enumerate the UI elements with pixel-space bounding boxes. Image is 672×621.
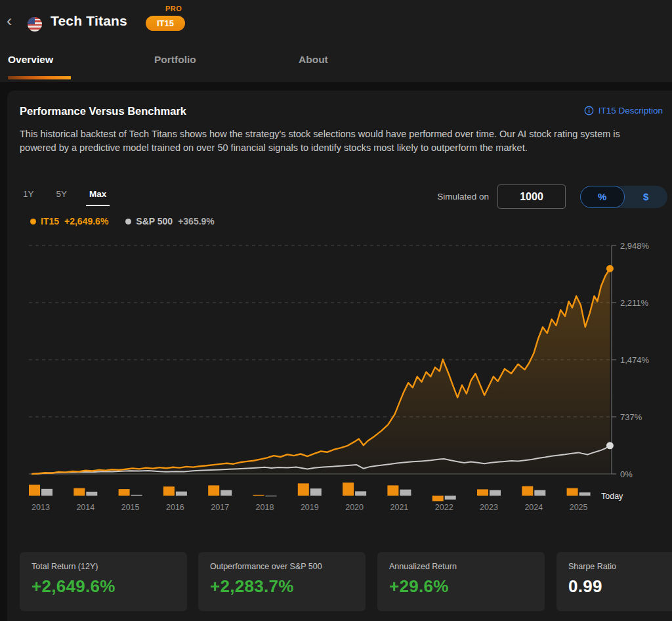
stat-label: Sharpe Ratio [568, 562, 672, 571]
performance-panel: Performance Versus Benchmark IT15 Descri… [7, 91, 672, 621]
legend-item-it15[interactable]: IT15 +2,649.6% [30, 216, 108, 226]
x-axis-year-label: 2021 [390, 503, 408, 512]
legend-sp500-name: S&P 500 [136, 216, 173, 226]
performance-chart[interactable]: 0%737%1,474%2,211%2,948%2013201420152016… [20, 240, 652, 523]
sp500-legend-dot [125, 219, 131, 225]
x-axis-year-label: 2014 [76, 503, 94, 512]
x-axis-year-label: 2023 [480, 503, 498, 512]
unit-toggle-dollar[interactable]: $ [625, 186, 668, 208]
x-axis-year-label: 2018 [256, 503, 274, 512]
x-axis-year-label: 2025 [570, 503, 588, 512]
simulated-on-input[interactable] [497, 184, 566, 209]
y-axis-label: 1,474% [620, 355, 650, 365]
y-axis-label: 2,211% [620, 298, 649, 308]
sp500-year-bar[interactable] [310, 488, 322, 496]
stat-value: +2,283.7% [210, 576, 354, 597]
it15-year-bar[interactable] [74, 488, 85, 496]
app-header: ‹ Tech Titans IT15 PRO Overview Portfoli… [0, 0, 672, 82]
today-label: Today [601, 492, 623, 501]
it15-year-bar[interactable] [477, 489, 488, 496]
sp500-year-bar[interactable] [176, 492, 187, 496]
x-axis-year-label: 2024 [524, 503, 543, 512]
range-1y[interactable]: 1Y [20, 189, 37, 206]
x-axis-year-label: 2019 [301, 503, 319, 512]
x-axis-year-label: 2020 [345, 503, 364, 512]
y-axis-label: 737% [620, 412, 642, 422]
legend-sp500-value: +365.9% [178, 216, 215, 226]
tab-about[interactable]: About [299, 54, 328, 66]
sp500-year-bar[interactable] [220, 490, 232, 496]
it15-year-bar[interactable] [387, 485, 398, 496]
tab-overview[interactable]: Overview [8, 54, 53, 66]
unit-toggle-percent[interactable]: % [580, 186, 625, 208]
strategy-description-link[interactable]: IT15 Description [584, 106, 663, 116]
tab-portfolio[interactable]: Portfolio [154, 54, 196, 66]
x-axis-year-label: 2022 [435, 503, 453, 512]
it15-year-bar[interactable] [208, 485, 219, 496]
performance-chart-svg: 0%737%1,474%2,211%2,948%2013201420152016… [20, 240, 652, 523]
it15-legend-dot [30, 219, 36, 225]
sp500-end-dot [606, 442, 614, 449]
it15-year-bar[interactable] [298, 483, 309, 496]
sp500-year-bar[interactable] [41, 489, 52, 496]
x-axis-year-label: 2015 [121, 503, 140, 512]
time-range-selector: 1Y 5Y Max [20, 189, 110, 206]
it15-year-bar[interactable] [522, 486, 533, 496]
it15-year-bar[interactable] [119, 489, 130, 496]
stat-card-sharpe-ratio: Sharpe Ratio 0.99 [556, 552, 672, 611]
sp500-year-bar[interactable] [355, 491, 366, 496]
strategy-description-text: This historical backtest of Tech Titans … [20, 127, 648, 154]
strategy-title: Tech Titans [51, 13, 127, 29]
y-axis-label: 0% [620, 469, 633, 479]
sp500-year-bar[interactable] [400, 490, 411, 496]
it15-year-bar[interactable] [432, 496, 444, 501]
strategy-ticker-badge: IT15 [146, 16, 185, 31]
range-max[interactable]: Max [86, 189, 110, 206]
it15-year-bar[interactable] [29, 485, 40, 496]
legend-it15-name: IT15 [41, 216, 59, 226]
stat-value: 0.99 [568, 576, 672, 597]
it15-end-dot [606, 265, 614, 272]
simulated-on-label: Simulated on [437, 192, 489, 202]
sp500-year-bar[interactable] [266, 496, 277, 496]
simulation-controls: Simulated on % $ [437, 184, 667, 209]
unit-toggle: % $ [580, 186, 667, 208]
sp500-year-bar[interactable] [86, 492, 97, 496]
x-axis-year-label: 2016 [166, 503, 184, 512]
stat-label: Annualized Return [389, 562, 533, 571]
range-5y[interactable]: 5Y [53, 189, 71, 206]
sp500-year-bar[interactable] [445, 496, 456, 500]
stat-label: Outperformance over S&P 500 [210, 562, 354, 571]
sp500-year-bar[interactable] [131, 495, 142, 496]
description-link-label: IT15 Description [598, 106, 663, 116]
sp500-year-bar[interactable] [579, 492, 591, 496]
stat-card-total-return: Total Return (12Y) +2,649.6% [20, 552, 187, 611]
pro-tag: PRO [165, 5, 182, 12]
it15-year-bar[interactable] [253, 495, 264, 496]
stat-value: +29.6% [389, 576, 533, 597]
sp500-year-bar[interactable] [490, 490, 501, 496]
sp500-year-bar[interactable] [534, 490, 545, 496]
us-flag-icon [28, 17, 42, 32]
stat-label: Total Return (12Y) [32, 562, 175, 571]
back-button[interactable]: ‹ [7, 13, 12, 29]
x-axis-year-label: 2017 [211, 503, 229, 512]
it15-year-bar[interactable] [343, 482, 354, 496]
legend-item-sp500[interactable]: S&P 500 +365.9% [125, 216, 214, 226]
panel-title: Performance Versus Benchmark [20, 105, 186, 118]
stat-card-outperformance: Outperformance over S&P 500 +2,283.7% [198, 552, 366, 611]
info-icon [584, 106, 594, 116]
it15-year-bar[interactable] [163, 486, 175, 496]
it15-year-bar[interactable] [567, 488, 578, 496]
y-axis-label: 2,948% [620, 241, 650, 251]
active-tab-underline [8, 76, 71, 79]
x-axis-year-label: 2013 [32, 503, 50, 512]
legend-it15-value: +2,649.6% [64, 216, 108, 226]
stat-value: +2,649.6% [32, 576, 175, 597]
stat-card-annualized-return: Annualized Return +29.6% [377, 552, 545, 611]
it15-area-fill [32, 268, 610, 474]
chart-legend: IT15 +2,649.6% S&P 500 +365.9% [30, 216, 215, 226]
